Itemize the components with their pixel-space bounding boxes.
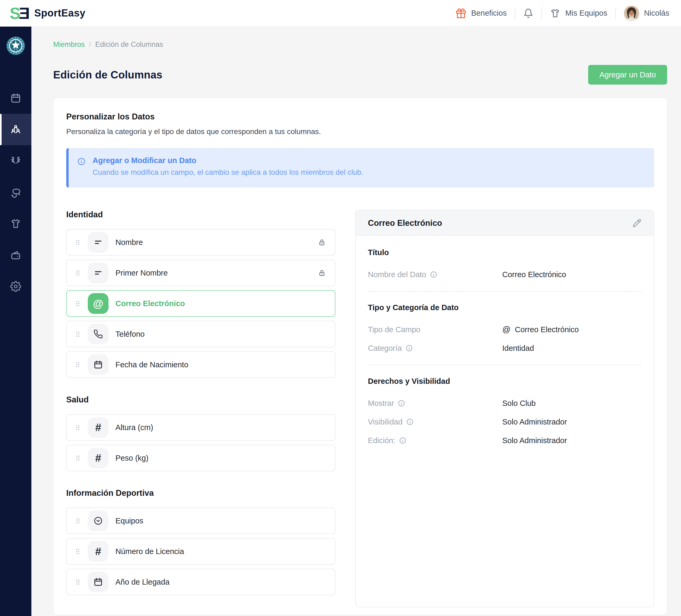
field-row-equipos[interactable]: Equipos [66,508,335,534]
main-content: Miembros / Edición de Columnas Edición d… [31,27,681,616]
sidebar-item-settings[interactable] [0,271,31,302]
page-header: Edición de Columnas Agregar un Dato [53,65,667,84]
phone-icon [88,324,108,344]
field-label: Número de Licencia [116,547,326,556]
field-row-telefono[interactable]: Teléfono [66,321,335,348]
brand-name: SportEasy [34,7,85,19]
notifications-button[interactable] [523,8,533,18]
info-icon[interactable] [430,271,437,278]
brand-logo[interactable]: SE SportEasy [9,5,85,22]
gift-icon [456,8,466,19]
detail-label: Mostrar [368,398,502,409]
club-badge[interactable] [6,36,26,56]
drag-handle-icon[interactable] [76,549,80,554]
user-menu[interactable]: Nicolás [624,6,669,21]
field-label: Año de Llegada [116,578,326,587]
detail-label: Tipo de Campo [368,324,502,335]
breadcrumb-separator: / [89,41,91,49]
drag-handle-icon[interactable] [76,301,80,306]
info-icon[interactable] [405,344,413,352]
detail-label: Edición: [368,435,502,446]
benefits-button[interactable]: Beneficios [456,8,507,19]
top-actions: Beneficios Mis Equipos [456,6,669,21]
drag-handle-icon[interactable] [76,362,80,367]
at-icon: @ [88,293,108,314]
detail-row-categoria: Categoría Identidad [368,343,641,354]
detail-row-nombre-del-dato: Nombre del Dato Correo Electrónico [368,269,641,280]
bell-icon [523,8,533,18]
field-label: Equipos [116,516,326,525]
sidebar-item-competitions[interactable] [0,145,31,177]
detail-row-tipo-de-campo: Tipo de Campo @ Correo Electrónico [368,324,641,335]
detail-value: Correo Electrónico [502,269,566,280]
detail-row-mostrar: Mostrar Solo Club [368,398,641,409]
sidebar-item-finances[interactable] [0,239,31,271]
detail-value: @ Correo Electrónico [502,324,579,335]
section-title-informacion-deportiva: Información Deportiva [66,488,335,498]
drag-handle-icon[interactable] [76,331,80,337]
detail-heading-derechos-visibilidad: Derechos y Visibilidad [368,377,641,386]
section-title-identity: Identidad [66,210,335,220]
info-banner-message: Cuando se modifica un campo, el cambio s… [93,168,363,177]
sidebar-nav [0,82,31,302]
field-row-nombre[interactable]: Nombre [66,229,335,256]
brand-mark: SE [9,5,30,22]
drag-handle-icon[interactable] [76,518,80,524]
sidebar-item-messages[interactable] [0,177,31,208]
field-label: Altura (cm) [116,423,326,432]
divider [615,7,616,19]
info-icon[interactable] [399,437,406,444]
detail-label: Visibilidad [368,416,502,427]
info-icon[interactable] [398,400,405,407]
messages-icon [10,187,21,198]
info-banner-title: Agregar o Modificar un Dato [93,156,363,165]
detail-value: Solo Administrador [502,416,567,427]
page-title: Edición de Columnas [53,69,162,81]
editor-columns: Identidad Nombre Primer Nombre @ Co [66,210,654,607]
sidebar-item-calendar[interactable] [0,82,31,114]
drag-handle-icon[interactable] [76,240,80,245]
detail-value: Identidad [502,343,534,354]
sidebar-item-equipment[interactable] [0,208,31,239]
field-label: Fecha de Nacimiento [116,360,326,369]
detail-label: Categoría [368,343,502,354]
field-row-altura[interactable]: # Altura (cm) [66,414,335,441]
text-icon [88,232,108,253]
field-row-peso[interactable]: # Peso (kg) [66,445,335,471]
at-icon: @ [502,324,510,335]
settings-icon [10,281,21,292]
field-row-ano-de-llegada[interactable]: Año de Llegada [66,569,335,595]
sidebar-item-members[interactable] [0,114,31,145]
detail-panel-body: Título Nombre del Dato Correo Electrónic… [356,236,654,464]
drag-handle-icon[interactable] [76,579,80,585]
breadcrumb-members-link[interactable]: Miembros [53,41,85,49]
field-row-fecha-de-nacimiento[interactable]: Fecha de Nacimiento [66,351,335,378]
info-icon[interactable] [406,418,414,426]
members-icon [10,124,21,135]
my-teams-button[interactable]: Mis Equipos [550,8,607,19]
calendar-icon [10,93,21,104]
avatar [624,6,639,21]
chevron-circle-icon [88,510,108,531]
field-row-primer-nombre[interactable]: Primer Nombre [66,260,335,286]
hash-icon: # [88,447,108,468]
field-label: Correo Electrónico [116,299,326,308]
divider [541,7,542,19]
field-label: Peso (kg) [116,454,326,463]
drag-handle-icon[interactable] [76,455,80,461]
detail-heading-titulo: Título [368,248,641,257]
drag-handle-icon[interactable] [76,270,80,276]
edit-field-button[interactable] [633,219,641,227]
lock-icon [318,238,326,246]
field-label: Nombre [116,238,318,247]
detail-value: Solo Administrador [502,435,567,446]
detail-panel: Correo Electrónico Título Nombre del Dat… [355,210,654,607]
detail-panel-header: Correo Electrónico [356,210,654,236]
field-row-numero-de-licencia[interactable]: # Número de Licencia [66,538,335,565]
hash-icon: # [88,541,108,562]
field-label: Primer Nombre [116,268,318,277]
drag-handle-icon[interactable] [76,425,80,430]
add-data-button[interactable]: Agregar un Dato [588,65,667,84]
field-row-correo-electronico[interactable]: @ Correo Electrónico [66,290,335,317]
section-title-salud: Salud [66,395,335,405]
